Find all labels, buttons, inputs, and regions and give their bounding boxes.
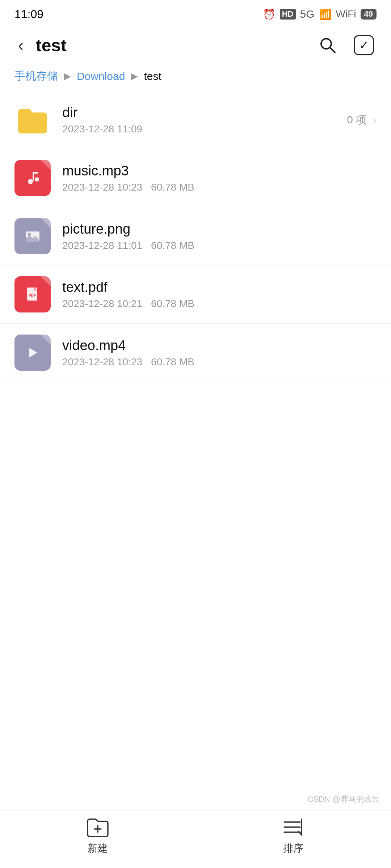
search-button[interactable]	[315, 33, 340, 58]
folder-right: 0 项 ›	[347, 112, 377, 127]
mp3-file-icon	[14, 160, 51, 196]
list-item[interactable]: PDF text.pdf 2023-12-28 10:21 60.78 MB	[0, 265, 391, 324]
check-box-icon	[354, 35, 374, 55]
status-time: 11:09	[14, 8, 43, 21]
file-date: 2023-12-28 10:23	[62, 182, 142, 193]
new-folder-icon	[86, 816, 109, 838]
list-item[interactable]: music.mp3 2023-12-28 10:23 60.78 MB	[0, 149, 391, 207]
png-file-icon	[14, 218, 51, 254]
svg-marker-10	[29, 348, 37, 357]
file-meta: 2023-12-28 10:23 60.78 MB	[62, 182, 377, 193]
search-icon	[318, 36, 337, 55]
file-name: picture.png	[62, 221, 377, 237]
pdf-file-icon: PDF	[14, 276, 51, 312]
file-date: 2023-12-28 11:09	[62, 123, 142, 135]
file-size: 60.78 MB	[151, 298, 194, 310]
file-name: music.mp3	[62, 163, 377, 179]
file-meta: 2023-12-28 10:21 60.78 MB	[62, 298, 377, 310]
file-info: music.mp3 2023-12-28 10:23 60.78 MB	[62, 163, 377, 193]
svg-point-3	[35, 177, 39, 182]
file-date: 2023-12-28 11:01	[62, 240, 142, 251]
breadcrumb-arrow-2: ▶	[131, 71, 138, 82]
hd-icon: HD	[280, 9, 296, 20]
file-size: 60.78 MB	[151, 240, 194, 251]
list-item[interactable]: video.mp4 2023-12-28 10:23 60.78 MB	[0, 324, 391, 382]
page-title: test	[36, 35, 306, 55]
breadcrumb: 手机存储 ▶ Download ▶ test	[0, 65, 391, 91]
breadcrumb-arrow-1: ▶	[64, 71, 71, 82]
signal-bars-icon: 📶	[319, 8, 332, 20]
top-actions	[315, 33, 377, 58]
breadcrumb-test: test	[144, 70, 161, 82]
new-button-label: 新建	[88, 842, 108, 855]
file-size: 60.78 MB	[151, 356, 194, 368]
file-info: text.pdf 2023-12-28 10:21 60.78 MB	[62, 280, 377, 310]
file-info: dir 2023-12-28 11:09	[62, 105, 335, 135]
wifi-icon: WiFi	[336, 8, 356, 20]
sort-button-label: 排序	[283, 842, 303, 855]
mp4-file-icon	[14, 335, 51, 371]
file-list: dir 2023-12-28 11:09 0 项 › music.mp3 202…	[0, 91, 391, 382]
watermark: CSDN @养马的农民	[307, 794, 380, 805]
file-info: video.mp4 2023-12-28 10:23 60.78 MB	[62, 338, 377, 368]
file-meta: 2023-12-28 11:09	[62, 123, 335, 135]
battery-indicator: 49	[361, 9, 377, 20]
file-info: picture.png 2023-12-28 11:01 60.78 MB	[62, 221, 377, 251]
signal-icon: 5G	[300, 8, 315, 20]
file-name: video.mp4	[62, 338, 377, 353]
svg-point-2	[28, 179, 33, 184]
top-bar: ‹ test	[0, 25, 391, 65]
status-bar: 11:09 ⏰ HD 5G 📶 WiFi 49	[0, 0, 391, 25]
bottom-bar: 新建 排序	[0, 810, 391, 868]
new-button[interactable]: 新建	[62, 816, 134, 855]
file-meta: 2023-12-28 10:23 60.78 MB	[62, 356, 377, 368]
file-name: dir	[62, 105, 335, 120]
select-button[interactable]	[351, 33, 377, 58]
breadcrumb-download[interactable]: Download	[77, 70, 125, 82]
file-meta: 2023-12-28 11:01 60.78 MB	[62, 240, 377, 251]
svg-text:PDF: PDF	[29, 294, 36, 298]
status-icons: ⏰ HD 5G 📶 WiFi 49	[263, 8, 377, 20]
list-item[interactable]: picture.png 2023-12-28 11:01 60.78 MB	[0, 207, 391, 265]
back-button[interactable]: ‹	[14, 37, 27, 53]
alarm-icon: ⏰	[263, 8, 276, 20]
file-name: text.pdf	[62, 280, 377, 295]
file-corner	[41, 160, 51, 170]
file-size: 60.78 MB	[151, 182, 194, 193]
sort-icon	[282, 816, 304, 838]
svg-line-1	[330, 47, 335, 52]
sort-button[interactable]: 排序	[257, 816, 329, 855]
folder-count: 0 项	[347, 112, 367, 127]
folder-nav-arrow-icon: ›	[373, 113, 377, 127]
folder-icon	[14, 102, 51, 138]
svg-rect-5	[33, 172, 38, 174]
file-date: 2023-12-28 10:23	[62, 356, 142, 368]
file-date: 2023-12-28 10:21	[62, 298, 142, 310]
list-item[interactable]: dir 2023-12-28 11:09 0 项 ›	[0, 91, 391, 149]
breadcrumb-phone-storage[interactable]: 手机存储	[14, 69, 58, 84]
